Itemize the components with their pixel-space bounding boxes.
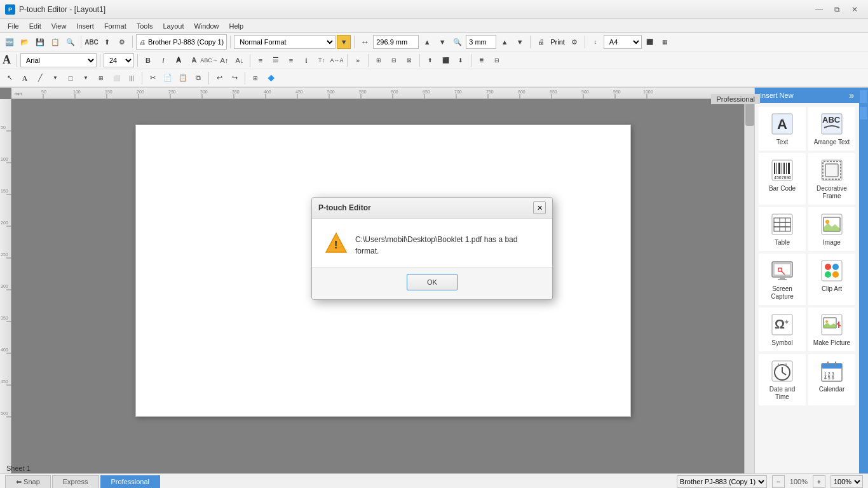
close-button[interactable]: ✕: [846, 3, 863, 16]
height-stepper-up[interactable]: ▲: [498, 35, 512, 49]
new-button[interactable]: 🆕: [3, 35, 17, 49]
text-tool[interactable]: A: [18, 71, 32, 85]
panel-expand-button[interactable]: »: [849, 90, 854, 100]
insert-screen-capture-item[interactable]: Screen Capture: [759, 254, 806, 305]
insert-arrange-text-item[interactable]: ABC Arrange Text: [808, 107, 855, 151]
save-button[interactable]: 💾: [33, 35, 47, 49]
insert-text-item[interactable]: A Text: [759, 107, 806, 151]
width-input[interactable]: [373, 35, 419, 49]
orientation-button[interactable]: ↕: [588, 35, 602, 49]
barcode-tool[interactable]: |||: [125, 71, 139, 85]
format-settings-button[interactable]: ▼: [337, 35, 351, 49]
line-dropdown[interactable]: ▼: [48, 71, 62, 85]
abc-button[interactable]: ABC: [85, 35, 98, 49]
text-layout2-button[interactable]: ⊟: [490, 53, 504, 67]
menu-insert[interactable]: Insert: [71, 21, 99, 31]
font-family-dropdown[interactable]: Arial: [20, 53, 97, 67]
zoom-out-button[interactable]: −: [772, 475, 785, 488]
select-tool[interactable]: ↖: [3, 71, 17, 85]
zoom-button[interactable]: 🔍: [451, 35, 465, 49]
menu-format[interactable]: Format: [99, 21, 132, 31]
edge-control-2[interactable]: [860, 107, 867, 119]
text-effects-button[interactable]: T↕: [315, 53, 329, 67]
frame-tool[interactable]: ⬜: [109, 71, 123, 85]
border-button[interactable]: ▦: [658, 35, 672, 49]
rect-dropdown[interactable]: ▼: [79, 71, 93, 85]
insert-frame-item[interactable]: Decorative Frame: [808, 153, 855, 205]
width-decrease-button[interactable]: ↔: [358, 35, 372, 49]
verticaltext-button[interactable]: ABC→: [202, 53, 216, 67]
minimize-button[interactable]: —: [811, 3, 827, 16]
menu-window[interactable]: Window: [189, 21, 224, 31]
express-tab[interactable]: Express: [52, 475, 99, 489]
align-bottom-button[interactable]: ⬇: [454, 53, 468, 67]
insert-datetime-item[interactable]: Date and Time: [759, 354, 806, 405]
width-stepper-down[interactable]: ▼: [435, 35, 449, 49]
print-options-button[interactable]: ⚙: [567, 35, 581, 49]
height-input[interactable]: [466, 35, 496, 49]
italic-button[interactable]: I: [156, 53, 170, 67]
column-button[interactable]: ⫿: [299, 53, 313, 67]
align-center-button[interactable]: ☰: [269, 53, 283, 67]
find-button[interactable]: 🔍: [64, 35, 78, 49]
font-size-dropdown[interactable]: 24: [104, 53, 134, 67]
insert-table-item[interactable]: Table: [759, 207, 806, 251]
transfer-button[interactable]: ⬆: [100, 35, 114, 49]
table-tool[interactable]: ⊞: [94, 71, 108, 85]
align-right-button[interactable]: ≡: [284, 53, 298, 67]
menu-edit[interactable]: Edit: [24, 21, 46, 31]
rect-tool[interactable]: □: [64, 71, 78, 85]
insert-symbol-item[interactable]: Ω ✦ Symbol: [759, 308, 806, 351]
bold-button[interactable]: B: [141, 53, 155, 67]
vertical-scrollbar[interactable]: [744, 99, 754, 473]
settings-button[interactable]: ⚙: [115, 35, 129, 49]
group-button[interactable]: 🔷: [264, 71, 278, 85]
printer-select[interactable]: Brother PJ-883 (Copy 1): [677, 475, 767, 488]
redo-button[interactable]: ↪: [227, 71, 241, 85]
align-top-button[interactable]: ⬆: [423, 53, 437, 67]
snap-tab[interactable]: ⬅ Snap: [5, 475, 51, 489]
menu-layout[interactable]: Layout: [158, 21, 189, 31]
copy-button[interactable]: 📄: [161, 71, 175, 85]
professional-tab[interactable]: Professional: [100, 475, 161, 489]
cut-button[interactable]: ✂: [146, 71, 159, 85]
insert-make-picture-item[interactable]: Make Picture: [808, 308, 855, 351]
align-mid-button[interactable]: ⬛: [438, 53, 452, 67]
insert-image-item[interactable]: Image: [808, 207, 855, 251]
printer-dropdown[interactable]: 🖨 Brother PJ-883 (Copy 1): [136, 34, 227, 50]
print-button[interactable]: 🖨: [534, 35, 548, 49]
menu-file[interactable]: File: [3, 21, 24, 31]
line-tool[interactable]: ╱: [33, 71, 47, 85]
char-spacing-button[interactable]: A↔A: [330, 53, 344, 67]
save-as-button[interactable]: 📋: [48, 35, 62, 49]
table2-button[interactable]: ⊟: [387, 53, 401, 67]
clone-button[interactable]: ⧉: [191, 71, 205, 85]
menu-view[interactable]: View: [46, 21, 72, 31]
shadow-button[interactable]: A: [187, 53, 201, 67]
format-dropdown[interactable]: Normal Format: [234, 35, 336, 49]
zoom-in-button[interactable]: +: [813, 475, 825, 488]
table3-button[interactable]: ⊠: [402, 53, 416, 67]
width-stepper-up[interactable]: ▲: [420, 35, 434, 49]
undo-button[interactable]: ↩: [212, 71, 226, 85]
restore-button[interactable]: ⧉: [829, 3, 845, 16]
merge-button[interactable]: ⊞: [248, 71, 262, 85]
align-left-button[interactable]: ≡: [254, 53, 268, 67]
more-button[interactable]: »: [351, 53, 365, 67]
dialog-ok-button[interactable]: OK: [407, 274, 458, 290]
scrollbar-thumb[interactable]: [745, 100, 754, 126]
insert-clipart-item[interactable]: Clip Art: [808, 254, 855, 305]
dialog-close-button[interactable]: ✕: [533, 201, 546, 214]
margin-button[interactable]: ⬛: [643, 35, 657, 49]
zoom-select[interactable]: 100%: [831, 475, 863, 488]
height-stepper-down[interactable]: ▼: [513, 35, 527, 49]
insert-barcode-item[interactable]: 4567890 Bar Code: [759, 153, 806, 205]
text-layout-button[interactable]: ≣: [475, 53, 489, 67]
paper-size-dropdown[interactable]: A4: [604, 35, 642, 49]
edge-control-1[interactable]: [860, 90, 867, 103]
insert-calendar-item[interactable]: 1 2 3 4 5 6 Calendar: [808, 354, 855, 405]
open-button[interactable]: 📂: [18, 35, 32, 49]
grid-button[interactable]: ⊞: [372, 53, 386, 67]
font-up-button[interactable]: A↑: [217, 53, 231, 67]
menu-help[interactable]: Help: [224, 21, 249, 31]
